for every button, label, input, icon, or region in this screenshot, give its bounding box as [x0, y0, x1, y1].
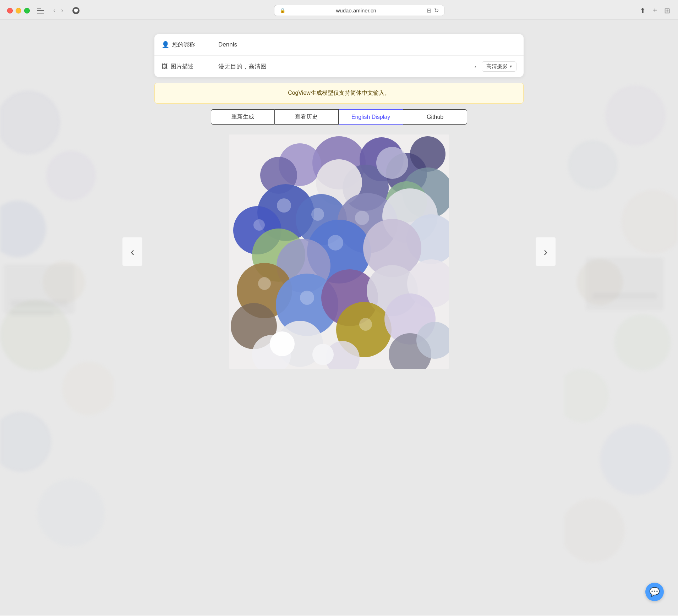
share-button[interactable]: ⬆	[639, 6, 646, 16]
svg-point-57	[312, 344, 334, 365]
svg-point-13	[621, 190, 678, 254]
maximize-button[interactable]	[24, 8, 30, 13]
address-bar[interactable]: 🔒 wudao.aminer.cn ⊟ ↻	[274, 5, 444, 16]
svg-point-12	[568, 140, 618, 190]
image-icon: 🖼	[162, 63, 168, 70]
svg-point-58	[277, 198, 291, 213]
warning-banner: CogView生成模型仅支持简体中文输入。	[154, 83, 524, 104]
svg-point-15	[614, 314, 671, 371]
image-desc-label: 🖼 图片描述	[154, 56, 211, 77]
back-button[interactable]: ‹	[51, 6, 58, 15]
form-section: 👤 您的昵称 Dennis 🖼 图片描述 漫无目的，高清图 → 高清摄影	[154, 34, 524, 77]
svg-point-5	[62, 362, 114, 415]
svg-point-2	[0, 200, 46, 257]
chat-icon: 💬	[649, 587, 660, 597]
carousel-next-button[interactable]: ›	[536, 237, 556, 266]
bg-right-decoration	[564, 20, 678, 615]
svg-point-17	[600, 424, 671, 495]
image-desc-input-area[interactable]: 漫无目的，高清图 → 高清摄影 ▾	[211, 61, 524, 72]
chat-button[interactable]: 💬	[645, 583, 664, 601]
nickname-input-area[interactable]: Dennis	[211, 41, 524, 48]
svg-point-31	[376, 147, 408, 179]
translate-icon: ⊟	[427, 7, 431, 14]
page-background: 👤 您的昵称 Dennis 🖼 图片描述 漫无目的，高清图 → 高清摄影	[0, 20, 678, 615]
svg-point-64	[355, 211, 369, 225]
svg-point-65	[359, 318, 372, 331]
nickname-row: 👤 您的昵称 Dennis	[154, 34, 524, 56]
title-bar: ‹ › 🔒 wudao.aminer.cn ⊟ ↻ ⬆ + ⊞	[0, 0, 678, 20]
chevron-right-icon: ›	[544, 245, 548, 258]
sidebar-toggle[interactable]	[37, 8, 44, 13]
svg-point-7	[37, 479, 105, 546]
lock-icon: 🔒	[280, 8, 285, 13]
buttons-row: 重新生成 查看历史 English Display Github	[154, 109, 524, 125]
url-text: wudao.aminer.cn	[288, 7, 424, 13]
svg-point-6	[0, 412, 51, 472]
svg-rect-20	[593, 293, 657, 299]
svg-point-1	[46, 151, 96, 200]
carousel-image: 1 / 8	[229, 134, 449, 369]
history-button[interactable]: 查看历史	[275, 109, 339, 125]
image-desc-value: 漫无目的，高清图	[218, 62, 466, 71]
user-icon: 👤	[162, 41, 169, 49]
nav-buttons: ‹ ›	[51, 6, 65, 15]
new-tab-button[interactable]: +	[652, 6, 658, 15]
svg-point-56	[270, 331, 295, 356]
carousel-prev-button[interactable]: ‹	[122, 237, 142, 266]
refresh-icon[interactable]: ↻	[434, 7, 439, 14]
bg-left-decoration	[0, 20, 114, 615]
nickname-label: 👤 您的昵称	[154, 34, 211, 55]
forward-button[interactable]: ›	[59, 6, 65, 15]
close-button[interactable]	[7, 8, 13, 13]
svg-point-62	[258, 277, 271, 290]
english-display-button[interactable]: English Display	[339, 109, 403, 125]
svg-point-11	[605, 85, 666, 145]
svg-point-61	[328, 235, 343, 251]
svg-point-16	[564, 369, 609, 422]
toolbar-right: ⬆ + ⊞	[639, 6, 671, 16]
nickname-value: Dennis	[218, 41, 516, 48]
main-content: 👤 您的昵称 Dennis 🖼 图片描述 漫无目的，高清图 → 高清摄影	[154, 20, 524, 383]
svg-point-25	[410, 136, 445, 172]
svg-point-63	[300, 291, 314, 305]
svg-rect-19	[586, 257, 664, 310]
github-button[interactable]: Github	[403, 109, 467, 125]
regenerate-button[interactable]: 重新生成	[211, 109, 275, 125]
dropdown-arrow-icon: ▾	[510, 64, 512, 69]
shield-icon	[72, 7, 80, 14]
minimize-button[interactable]	[16, 8, 21, 13]
grid-button[interactable]: ⊞	[663, 6, 671, 16]
image-desc-row: 🖼 图片描述 漫无目的，高清图 → 高清摄影 ▾	[154, 56, 524, 77]
svg-rect-9	[11, 300, 67, 307]
svg-rect-10	[11, 310, 53, 316]
svg-point-0	[0, 90, 60, 154]
form-arrow: →	[470, 62, 477, 71]
chevron-left-icon: ‹	[131, 245, 135, 258]
svg-point-18	[564, 499, 625, 562]
carousel: ‹	[154, 134, 524, 369]
address-bar-wrap: 🔒 wudao.aminer.cn ⊟ ↻	[84, 5, 635, 16]
svg-point-60	[311, 208, 324, 221]
browser-chrome: ‹ › 🔒 wudao.aminer.cn ⊟ ↻ ⬆ + ⊞	[0, 0, 678, 20]
svg-point-59	[253, 219, 265, 231]
traffic-lights	[7, 8, 30, 13]
image-style-dropdown[interactable]: 高清摄影 ▾	[482, 61, 516, 72]
